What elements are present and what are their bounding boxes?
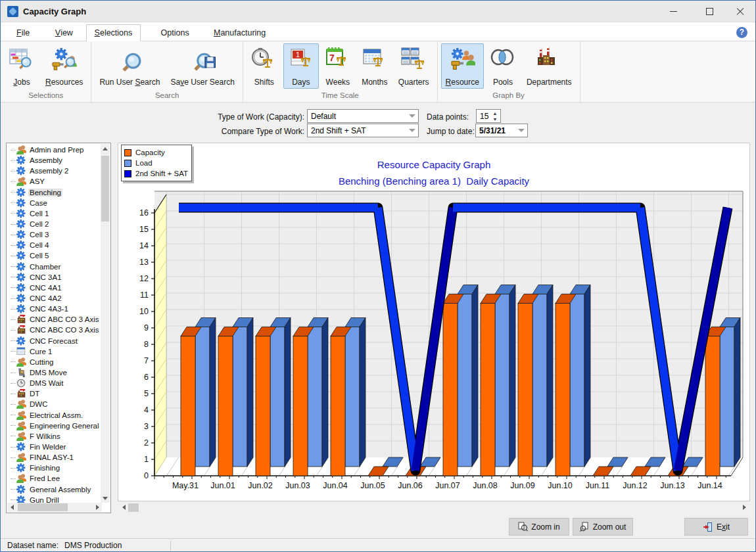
tree-item-general-assembly[interactable]: General Assembly xyxy=(7,484,101,495)
tree-item-cell-3[interactable]: Cell 3 xyxy=(7,229,101,240)
tree-item-cnc-4a3-1[interactable]: CNC 4A3-1 xyxy=(7,304,101,314)
tree-item-assembly-2[interactable]: Assembly 2 xyxy=(7,166,101,176)
tree-item-fred-lee[interactable]: Fred Lee xyxy=(7,473,101,484)
resource-button[interactable]: Resource xyxy=(441,43,484,89)
tree-connector xyxy=(11,202,16,203)
minimize-button[interactable] xyxy=(658,1,688,22)
tree-item-gun-drill[interactable]: Gun Drill xyxy=(7,495,101,503)
scroll-right-icon[interactable] xyxy=(740,503,749,512)
scroll-down-icon[interactable] xyxy=(101,494,110,503)
exit-button[interactable]: Exit xyxy=(684,518,748,536)
ribbon-button-label: Save User Search xyxy=(170,78,234,87)
tree-item-dt[interactable]: DT xyxy=(7,388,101,399)
scroll-right-icon[interactable] xyxy=(93,503,102,512)
weeks-button[interactable]: 7Weeks xyxy=(320,43,356,89)
departments-button[interactable]: Departments xyxy=(522,43,577,89)
type-of-work-dropdown[interactable]: Default xyxy=(307,109,419,123)
days-button[interactable]: 1Days xyxy=(283,43,319,89)
svg-text:10: 10 xyxy=(139,307,149,316)
tree-item-cell-1[interactable]: Cell 1 xyxy=(7,208,101,219)
tree-item-cnc-abc-co-3-axis-2[interactable]: CNC ABC CO 3 Axis xyxy=(7,325,101,335)
calendar-icon xyxy=(16,347,26,356)
tree-item-benching[interactable]: Benching xyxy=(7,187,101,198)
tree-scrollbar-thumb[interactable] xyxy=(101,156,109,221)
months-button[interactable]: Months xyxy=(357,43,392,89)
tree-item-f-wilkins[interactable]: F Wilkins xyxy=(7,431,101,442)
gear-icon xyxy=(16,209,26,218)
quarters-button[interactable]: Quarters xyxy=(394,43,434,89)
save-user-search-button[interactable]: Save User Search xyxy=(166,43,239,89)
chart-horizontal-scrollbar[interactable] xyxy=(118,503,750,513)
menu-tab-file[interactable]: File xyxy=(9,24,37,41)
tree-connector xyxy=(11,309,16,310)
ribbon-group-selections: JobsResourcesSelections xyxy=(1,41,91,102)
ribbon-group-label: Search xyxy=(94,89,239,102)
tree-item-dms-move[interactable]: DMS Move xyxy=(7,367,101,378)
ribbon-group-search: Run User SearchSave User SearchSearch xyxy=(91,41,243,102)
tree-item-cnc-4a1[interactable]: CNC 4A1 xyxy=(7,283,101,293)
scroll-left-icon[interactable] xyxy=(119,503,128,512)
menu-tab-options[interactable]: Options xyxy=(153,24,197,41)
tree-connector xyxy=(11,330,16,331)
jobs-button[interactable]: Jobs xyxy=(4,43,39,89)
tree-item-finishing[interactable]: Finishing xyxy=(7,463,101,473)
shifts-button[interactable]: Shifts xyxy=(247,43,282,89)
people-icon xyxy=(16,432,26,441)
stepper-arrows-icon[interactable]: ▲▼ xyxy=(491,110,499,122)
zoom-out-icon xyxy=(580,522,590,532)
tree-item-cnc-abc-co-3-axis[interactable]: CNC ABC CO 3 Axis xyxy=(7,314,101,325)
tree-item-cnc-4a2[interactable]: CNC 4A2 xyxy=(7,293,101,304)
tree-item-case[interactable]: Case xyxy=(7,198,101,208)
pools-button[interactable]: Pools xyxy=(485,43,521,89)
tree-item-cell-5[interactable]: Cell 5 xyxy=(7,250,101,261)
tree-item-cutting[interactable]: Cutting xyxy=(7,357,101,367)
tree-item-dms-wait[interactable]: DMS Wait xyxy=(7,378,101,388)
maximize-button[interactable] xyxy=(694,1,724,22)
tree-item-assembly[interactable]: Assembly xyxy=(7,155,101,166)
tree-hscrollbar-thumb[interactable] xyxy=(18,503,68,511)
tree-horizontal-scrollbar[interactable] xyxy=(7,503,102,512)
close-button[interactable] xyxy=(725,1,755,22)
svg-text:8: 8 xyxy=(144,340,149,349)
help-button[interactable]: ? xyxy=(736,27,747,38)
tree-item-cnc-forecast[interactable]: CNC Forecast xyxy=(7,336,101,346)
svg-text:4: 4 xyxy=(144,405,149,415)
tree-item-final-asy-1[interactable]: FINAL ASY-1 xyxy=(7,452,101,463)
close-icon xyxy=(736,8,744,16)
compare-type-dropdown[interactable]: 2nd Shift + SAT xyxy=(307,124,419,137)
zoom-in-button[interactable]: Zoom in xyxy=(509,518,569,536)
tree-item-cure-1[interactable]: Cure 1 xyxy=(7,346,101,357)
ribbon-group-label: Graph By xyxy=(440,89,577,102)
tree-item-electrical-assm[interactable]: Electrical Assm. xyxy=(7,410,101,421)
jobs-icon xyxy=(9,46,35,74)
run-user-search-button[interactable]: Run User Search xyxy=(95,43,164,89)
menu-tab-selections[interactable]: Selections xyxy=(86,24,141,41)
zoom-out-button[interactable]: Zoom out xyxy=(573,518,633,536)
data-points-stepper[interactable]: 15 ▲▼ xyxy=(476,109,501,123)
tree-vertical-scrollbar[interactable] xyxy=(101,144,110,503)
tree-item-chamber[interactable]: Chamber xyxy=(7,262,101,272)
jump-to-date-combo[interactable]: 5/31/21 xyxy=(475,124,528,137)
tree-item-label: Cell 5 xyxy=(28,252,50,260)
tree-item-label: Finishing xyxy=(28,464,61,472)
tree-connector xyxy=(11,351,16,352)
chart-scrollbar-thumb[interactable] xyxy=(128,503,139,512)
tree-connector xyxy=(11,499,16,500)
tree-item-engineering-general[interactable]: Engineering General xyxy=(7,421,101,431)
tree-item-cnc-3a1[interactable]: CNC 3A1 xyxy=(7,272,101,283)
chart-title: Resource Capacity Graph xyxy=(118,159,749,170)
menu-tab-view[interactable]: View xyxy=(47,24,81,41)
scroll-up-icon[interactable] xyxy=(101,144,110,153)
svg-text:Jun.11: Jun.11 xyxy=(586,481,610,490)
tree-item-cell-2[interactable]: Cell 2 xyxy=(7,219,101,229)
gear-icon xyxy=(16,273,26,282)
tree-item-dwc[interactable]: DWC xyxy=(7,399,101,409)
tree-item-admin-and-prep[interactable]: Admin and Prep xyxy=(7,145,101,155)
tree-item-fin-welder[interactable]: Fin Welder xyxy=(7,442,101,452)
menu-tab-manufacturing[interactable]: Manufacturing xyxy=(206,24,273,41)
resources-button[interactable]: Resources xyxy=(41,43,87,89)
tree-item-cell-4[interactable]: Cell 4 xyxy=(7,240,101,250)
scroll-left-icon[interactable] xyxy=(7,503,16,512)
minimize-icon xyxy=(670,11,677,12)
tree-item-asy[interactable]: ASY xyxy=(7,176,101,187)
